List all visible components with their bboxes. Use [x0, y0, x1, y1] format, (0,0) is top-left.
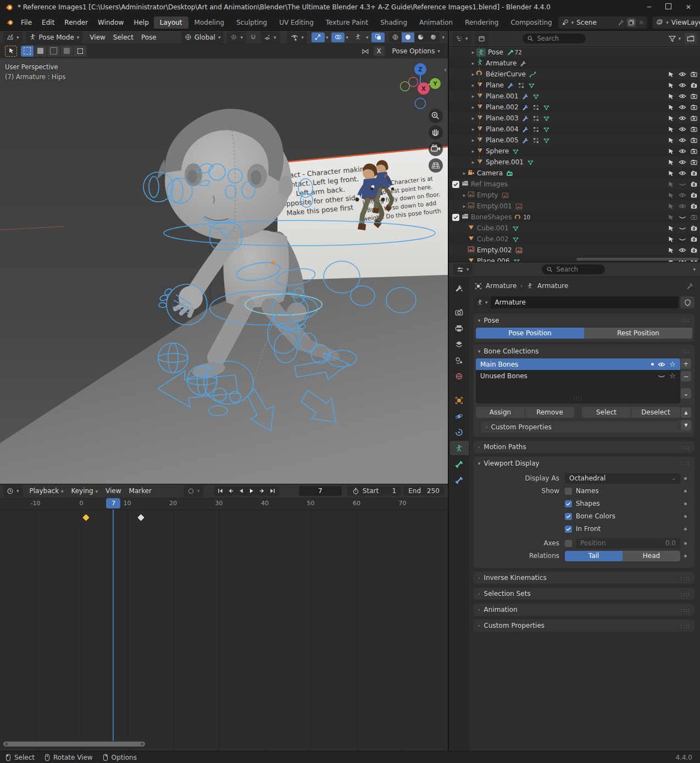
pose-panel-header[interactable]: ▾Pose:::: — [474, 314, 695, 327]
show-viewport-icon[interactable] — [679, 246, 686, 254]
show-viewport-icon[interactable] — [679, 81, 686, 89]
outliner-row-plane[interactable]: ▸Plane — [449, 80, 700, 91]
names-checkbox[interactable] — [565, 488, 572, 495]
proportional-edit-button[interactable]: ▾ — [260, 31, 280, 43]
outliner-scrollbar[interactable] — [576, 258, 699, 261]
outliner-editor-type[interactable]: ▾ — [452, 32, 471, 45]
properties-tab-tool[interactable] — [450, 281, 469, 295]
properties-tab-world[interactable] — [450, 369, 469, 383]
restrict-select-icon[interactable] — [668, 148, 675, 155]
disable-render-icon[interactable] — [690, 213, 698, 221]
pose-options-dropdown[interactable]: Pose Options▾ — [389, 45, 443, 57]
datablock-name-input[interactable] — [491, 296, 679, 308]
expand-arrow-icon[interactable]: ▸ — [470, 60, 476, 66]
add-collection-button[interactable]: + — [681, 358, 691, 369]
properties-tab-bone[interactable] — [450, 457, 469, 471]
workspace-tab-rendering[interactable]: Rendering — [459, 16, 504, 29]
jump-last-button[interactable] — [268, 486, 278, 495]
list-resize-grip[interactable]: :::: — [476, 396, 680, 401]
transform-orientation[interactable]: Global▾ — [181, 31, 224, 43]
outliner-row-plane-003[interactable]: ▸Plane.003 — [449, 113, 700, 124]
remove-button[interactable]: Remove — [525, 407, 574, 418]
outliner-search-input[interactable] — [536, 34, 581, 43]
show-viewport-icon[interactable] — [679, 191, 686, 199]
shading-solid-button[interactable] — [402, 32, 414, 42]
outliner-row-camera[interactable]: ▸Camera — [449, 168, 700, 179]
timeline-scrollbar[interactable] — [3, 742, 145, 747]
breadcrumb-object[interactable]: Armature — [486, 282, 516, 290]
mode-selector[interactable]: Pose Mode▾ — [26, 31, 83, 43]
scene-selector[interactable]: ▾ Scene ✕ — [558, 16, 648, 29]
collection-specials-button[interactable]: ⌄ — [681, 388, 691, 399]
viewport-canvas[interactable]: Contact - Character making contact. Left… — [0, 58, 448, 484]
workspace-tab-compositing[interactable]: Compositing — [504, 16, 558, 29]
breadcrumb-data[interactable]: Armature — [537, 282, 568, 290]
restrict-select-icon[interactable] — [668, 93, 675, 100]
menu-window[interactable]: Window — [93, 17, 129, 28]
pan-button[interactable] — [429, 125, 443, 140]
show-viewport-icon[interactable] — [679, 169, 686, 177]
select-button[interactable]: Select — [582, 407, 631, 418]
start-value[interactable]: 1 — [382, 487, 396, 495]
bone-colors-checkbox[interactable] — [565, 513, 572, 520]
workspace-tab-layout[interactable]: Layout — [154, 16, 188, 29]
outliner-row-sphere[interactable]: ▸Sphere — [449, 146, 700, 157]
properties-search[interactable] — [542, 264, 605, 274]
solo-dot-icon[interactable] — [651, 363, 654, 366]
properties-tab-render[interactable] — [450, 305, 469, 319]
expand-arrow-icon[interactable]: ▸ — [461, 192, 468, 198]
enable-render-icon[interactable] — [690, 169, 698, 177]
enable-render-icon[interactable] — [690, 180, 698, 188]
show-viewport-icon[interactable] — [679, 125, 686, 133]
expand-arrow-icon[interactable]: ▸ — [461, 170, 468, 176]
select-mode-intersect[interactable] — [74, 46, 86, 57]
playhead-line[interactable] — [113, 510, 114, 741]
snap-pivot-button[interactable]: ▾ — [227, 31, 246, 43]
restrict-select-icon[interactable] — [668, 71, 675, 78]
viewport-menu-pose[interactable]: Pose — [137, 32, 160, 42]
animation-panel[interactable]: ›Animation:::: — [474, 604, 695, 616]
select-mode-extend[interactable] — [34, 46, 47, 57]
restrict-select-icon[interactable] — [668, 181, 675, 188]
select-mode-subtract[interactable] — [47, 46, 60, 57]
timeline-menu-keying[interactable]: Keying ▾ — [67, 486, 102, 496]
enable-render-icon[interactable] — [690, 202, 698, 210]
collection-hidden-icon[interactable] — [658, 372, 665, 380]
restrict-select-icon[interactable] — [668, 126, 675, 133]
outliner-row-béziercurve[interactable]: ▸BézierCurve — [449, 69, 700, 80]
viewlayer-selector[interactable]: ▾ ViewLayer ✕ — [653, 16, 700, 29]
enable-render-icon[interactable] — [690, 191, 698, 199]
in-front-checkbox[interactable] — [565, 526, 572, 533]
zoom-button[interactable] — [429, 109, 443, 123]
animate-dot-icon[interactable] — [684, 555, 687, 557]
workspace-tab-uv-editing[interactable]: UV Editing — [273, 16, 320, 29]
outliner-row-cube-002[interactable]: Cube.002 — [449, 234, 700, 245]
mirror-x-toggle[interactable]: X — [374, 46, 385, 56]
play-reverse-button[interactable] — [236, 486, 247, 495]
workspace-tab-animation[interactable]: Animation — [413, 16, 459, 29]
timeline-menu-view[interactable]: View — [102, 486, 125, 496]
relations-tail-button[interactable]: Tail — [565, 551, 623, 561]
perspective-toggle-button[interactable] — [429, 158, 443, 173]
expand-arrow-icon[interactable]: ▸ — [470, 159, 476, 165]
animate-dot-icon[interactable] — [684, 502, 687, 505]
show-viewport-icon[interactable] — [679, 202, 686, 210]
properties-editor-type[interactable]: ▾ — [453, 263, 473, 275]
timeline-track-area[interactable] — [0, 510, 448, 751]
axis-neg-y[interactable] — [401, 82, 410, 91]
play-button[interactable] — [247, 486, 257, 495]
motion-paths-panel[interactable]: ›Motion Paths:::: — [474, 441, 695, 453]
restrict-select-icon[interactable] — [668, 170, 675, 177]
menu-edit[interactable]: Edit — [37, 17, 59, 28]
outliner-row-cube-001[interactable]: Cube.001 — [449, 223, 700, 234]
outliner-row-empty-001[interactable]: ▸Empty.001 — [449, 201, 700, 212]
show-viewport-icon[interactable] — [679, 103, 686, 111]
pin-id-icon[interactable] — [686, 283, 693, 290]
prev-keyframe-button[interactable] — [226, 486, 236, 495]
expand-arrow-icon[interactable]: ▸ — [470, 93, 476, 99]
outliner-row-sphere-001[interactable]: ▸Sphere.001 — [449, 157, 700, 168]
properties-options-icon[interactable]: ▾ — [693, 267, 696, 272]
expand-arrow-icon[interactable]: ▸ — [470, 49, 476, 55]
outliner-row-boneshapes[interactable]: BoneShapes10 — [449, 212, 700, 223]
hide-viewport-icon[interactable] — [679, 224, 686, 232]
